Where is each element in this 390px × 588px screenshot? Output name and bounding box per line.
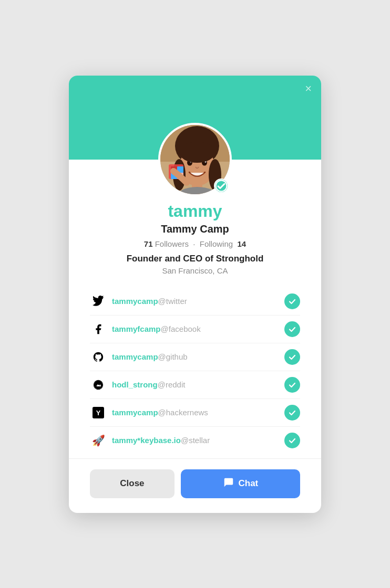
facebook-platform: @facebook [161,324,201,333]
twitter-icon [90,296,107,307]
github-handle-name: tammycamp [112,352,158,361]
social-item-github[interactable]: tammycamp@github [90,343,300,371]
svg-point-10 [179,142,215,163]
social-list: tammycamp@twitter tammyfcamp@facebook [90,288,300,454]
chat-label: Chat [239,478,259,489]
reddit-handle: hodl_strong@reddit [112,380,284,389]
twitter-verified [284,293,300,309]
twitter-handle: tammycamp@twitter [112,297,284,306]
stellar-handle-name: tammy*keybase.io [112,436,181,445]
reddit-handle-name: hodl_strong [112,380,158,389]
chat-button[interactable]: Chat [181,469,300,498]
full-name: Tammy Camp [90,223,300,235]
hackernews-platform: @hackernews [158,408,208,417]
hackernews-handle-name: tammycamp [112,408,158,417]
social-item-facebook[interactable]: tammyfcamp@facebook [90,316,300,343]
facebook-handle: tammyfcamp@facebook [112,324,284,333]
profile-modal: × [69,76,321,513]
modal-body: tammy Tammy Camp 71 Followers · Followin… [69,160,321,454]
bio: Founder and CEO of Stronghold [90,254,300,264]
following-label: Following [200,239,233,248]
social-item-stellar[interactable]: 🚀 tammy*keybase.io@stellar [90,427,300,454]
facebook-verified [284,321,300,337]
social-item-twitter[interactable]: tammycamp@twitter [90,288,300,316]
hackernews-icon: Y [90,407,107,418]
modal-footer: Close Chat [69,458,321,513]
followers-label: Followers [155,239,189,248]
reddit-verified [284,377,300,393]
github-handle: tammycamp@github [112,352,284,361]
stellar-verified [284,433,300,448]
reddit-platform: @reddit [158,380,186,389]
github-icon [90,351,107,363]
social-item-reddit[interactable]: hodl_strong@reddit [90,371,300,399]
following-count: 14 [237,239,246,248]
social-item-hackernews[interactable]: Y tammycamp@hackernews [90,399,300,427]
hackernews-handle: tammycamp@hackernews [112,408,284,417]
stats: 71 Followers · Following 14 [90,239,300,248]
followers-count: 71 [144,239,153,248]
github-platform: @github [158,352,188,361]
location: San Francisco, CA [90,266,300,275]
facebook-icon [90,323,107,335]
chat-icon [223,477,234,491]
close-icon[interactable]: × [305,83,312,94]
username: tammy [90,202,300,221]
svg-text:Y: Y [96,408,101,416]
close-button[interactable]: Close [90,469,175,498]
twitter-handle-name: tammycamp [112,297,158,306]
github-verified [284,349,300,365]
stellar-icon: 🚀 [90,434,107,447]
svg-point-18 [216,180,227,191]
stellar-platform: @stellar [181,436,210,445]
hackernews-verified [284,405,300,421]
online-badge [214,178,229,193]
twitter-platform: @twitter [158,297,187,306]
reddit-icon [90,379,107,391]
facebook-handle-name: tammyfcamp [112,324,161,333]
stellar-handle: tammy*keybase.io@stellar [112,436,284,445]
avatar-wrap [158,123,232,196]
modal-header: × [69,76,321,160]
